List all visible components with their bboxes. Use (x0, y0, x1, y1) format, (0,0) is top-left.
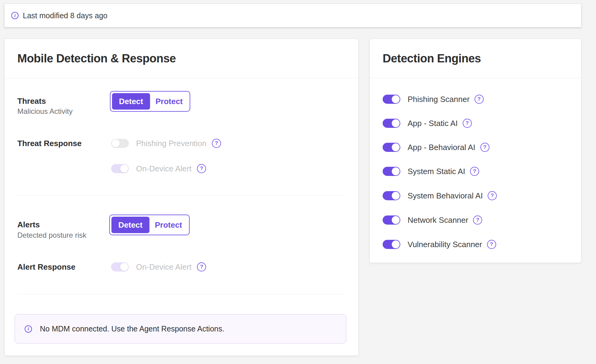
detection-engines-card: Detection Engines Phishing Scanner ? App… (370, 39, 581, 263)
app-behavioral-ai-label: App - Behavioral AI (408, 143, 475, 152)
toggle-knob (112, 139, 120, 147)
toggle-knob (392, 240, 400, 248)
alert-on-device-alert-toggle[interactable] (111, 262, 129, 271)
engine-row-app-behavioral-ai: App - Behavioral AI ? (383, 143, 489, 152)
engine-row-system-static-ai: System Static AI ? (383, 167, 479, 176)
phishing-prevention-label: Phishing Prevention (136, 139, 206, 148)
help-icon[interactable]: ? (197, 164, 206, 173)
threats-protect-option[interactable]: Protect (150, 93, 188, 110)
mdr-card-header: Mobile Detection & Response (5, 39, 358, 78)
toggle-knob (120, 165, 128, 173)
divider (17, 195, 345, 196)
engine-row-network-scanner: Network Scanner ? (383, 215, 482, 225)
no-mdm-notice: i No MDM connected. Use the Agent Respon… (15, 314, 346, 344)
help-icon[interactable]: ? (487, 240, 496, 249)
engine-row-app-static-ai: App - Static AI ? (383, 119, 472, 128)
phishing-prevention-row: Phishing Prevention ? (111, 139, 221, 148)
threat-on-device-alert-row: On-Device Alert ? (111, 164, 206, 173)
engines-card-title: Detection Engines (383, 52, 481, 65)
last-modified-banner: i Last modified 8 days ago (4, 4, 581, 27)
toggle-knob (120, 263, 128, 271)
system-behavioral-ai-label: System Behavioral AI (408, 191, 483, 201)
toggle-knob (392, 192, 400, 200)
alerts-protect-option[interactable]: Protect (149, 217, 188, 233)
alerts-label: Alerts (17, 220, 40, 229)
threats-label: Threats (17, 96, 46, 106)
toggle-knob (392, 167, 400, 175)
info-icon: i (25, 325, 32, 333)
help-icon[interactable]: ? (197, 262, 206, 271)
alerts-mode-segmented-control: Detect Protect (109, 215, 190, 235)
vulnerability-scanner-label: Vulnerability Scanner (408, 240, 482, 249)
help-icon[interactable]: ? (470, 167, 479, 176)
engine-row-vulnerability-scanner: Vulnerability Scanner ? (383, 240, 496, 249)
app-behavioral-ai-toggle[interactable] (383, 143, 400, 152)
engine-row-system-behavioral-ai: System Behavioral AI ? (383, 191, 497, 200)
help-icon[interactable]: ? (463, 119, 472, 128)
threat-on-device-alert-toggle[interactable] (111, 164, 129, 173)
help-icon[interactable]: ? (488, 191, 497, 200)
network-scanner-label: Network Scanner (408, 215, 468, 225)
help-icon[interactable]: ? (480, 143, 489, 152)
phishing-prevention-toggle[interactable] (111, 139, 129, 148)
mdr-card-title: Mobile Detection & Response (17, 52, 176, 65)
divider (17, 294, 345, 294)
alert-response-label: Alert Response (17, 262, 75, 271)
threat-on-device-alert-label: On-Device Alert (136, 164, 191, 173)
no-mdm-notice-text: No MDM connected. Use the Agent Response… (40, 324, 224, 333)
alerts-sublabel: Detected posture risk (17, 231, 86, 240)
phishing-scanner-toggle[interactable] (383, 95, 400, 104)
threats-mode-segmented-control: Detect Protect (110, 91, 190, 112)
help-icon[interactable]: ? (475, 95, 484, 104)
engines-card-header: Detection Engines (370, 39, 581, 78)
system-static-ai-label: System Static AI (408, 167, 465, 176)
toggle-knob (392, 119, 400, 127)
network-scanner-toggle[interactable] (383, 215, 400, 225)
threat-response-label: Threat Response (17, 139, 82, 148)
mdr-card: Mobile Detection & Response Threats Mali… (4, 39, 359, 356)
toggle-knob (392, 95, 400, 103)
info-icon: i (11, 12, 19, 19)
alerts-detect-option[interactable]: Detect (111, 217, 149, 233)
app-static-ai-label: App - Static AI (408, 119, 458, 128)
phishing-scanner-label: Phishing Scanner (408, 95, 470, 104)
system-static-ai-toggle[interactable] (383, 167, 400, 176)
threats-detect-option[interactable]: Detect (112, 93, 150, 110)
help-icon[interactable]: ? (212, 139, 221, 148)
alert-on-device-alert-row: On-Device Alert ? (111, 262, 206, 271)
app-static-ai-toggle[interactable] (383, 119, 400, 128)
alert-on-device-alert-label: On-Device Alert (136, 262, 191, 272)
system-behavioral-ai-toggle[interactable] (383, 191, 400, 200)
toggle-knob (392, 216, 400, 224)
threats-sublabel: Malicious Activity (17, 107, 72, 116)
help-icon[interactable]: ? (473, 215, 482, 225)
vulnerability-scanner-toggle[interactable] (383, 240, 400, 249)
engine-row-phishing-scanner: Phishing Scanner ? (383, 95, 484, 104)
toggle-knob (392, 143, 400, 151)
last-modified-text: Last modified 8 days ago (23, 11, 107, 20)
